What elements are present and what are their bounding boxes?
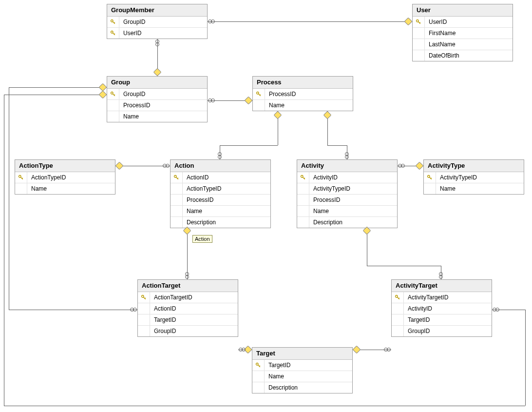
column-name: DateOfBirth xyxy=(425,52,459,59)
primary-key-cell xyxy=(392,292,404,303)
relationship-line[interactable] xyxy=(157,39,158,76)
relationship-line[interactable] xyxy=(9,310,137,310)
column-row[interactable]: Name xyxy=(15,183,115,194)
column-row[interactable]: Description xyxy=(171,217,270,228)
column-row[interactable]: DateOfBirth xyxy=(413,50,513,61)
entity-actiontarget[interactable]: ActionTargetActionTargetIDActionIDTarget… xyxy=(137,279,238,337)
relationship-line[interactable] xyxy=(220,145,220,159)
svg-line-29 xyxy=(145,298,146,299)
column-row[interactable]: ProcessID xyxy=(253,89,353,100)
column-row[interactable]: ProcessID xyxy=(297,195,397,206)
relationship-line[interactable] xyxy=(115,166,170,166)
column-row[interactable]: ActionTargetID xyxy=(138,292,238,303)
relationship-line[interactable] xyxy=(347,145,347,159)
column-row[interactable]: GroupID xyxy=(392,326,492,336)
key-cell-empty xyxy=(392,303,404,314)
column-row[interactable]: Description xyxy=(252,382,352,393)
relationship-line[interactable] xyxy=(208,100,252,101)
relationship-line[interactable] xyxy=(4,95,107,95)
column-name: ActionID xyxy=(183,174,209,181)
column-name: Name xyxy=(265,373,284,380)
column-name: ProcessID xyxy=(183,196,213,203)
relationship-line[interactable] xyxy=(327,145,347,146)
relationship-line[interactable] xyxy=(367,227,367,266)
column-row[interactable]: Name xyxy=(297,206,397,217)
column-row[interactable]: Name xyxy=(171,206,270,217)
primary-key-icon xyxy=(110,91,116,97)
column-row[interactable]: ProcessID xyxy=(107,100,207,111)
relationship-line[interactable] xyxy=(9,87,107,88)
column-row[interactable]: Description xyxy=(297,217,397,228)
column-row[interactable]: ActionTypeID xyxy=(171,183,270,195)
relationship-line[interactable] xyxy=(187,227,188,279)
column-row[interactable]: UserID xyxy=(107,28,207,39)
key-cell-empty xyxy=(171,195,183,205)
column-name: TargetID xyxy=(404,316,430,323)
relationship-line[interactable] xyxy=(327,111,328,145)
primary-key-icon xyxy=(256,91,262,97)
column-row[interactable]: TargetID xyxy=(252,360,352,371)
column-row[interactable]: ActivityTargetID xyxy=(392,292,492,303)
relationship-line[interactable] xyxy=(353,350,391,350)
column-row[interactable]: UserID xyxy=(413,17,513,28)
primary-key-cell xyxy=(15,172,27,183)
relationship-line[interactable] xyxy=(220,145,278,146)
column-name: ActionTypeID xyxy=(27,174,66,181)
entity-activitytype[interactable]: ActivityTypeActivityTypeIDName xyxy=(423,159,524,195)
column-row[interactable]: FirstName xyxy=(413,28,513,39)
relationship-line[interactable] xyxy=(441,266,441,279)
key-cell-empty xyxy=(253,100,265,111)
entity-target[interactable]: TargetTargetIDNameDescription xyxy=(252,347,353,393)
column-row[interactable]: ActionID xyxy=(138,303,238,314)
relationship-line[interactable] xyxy=(238,350,252,350)
column-row[interactable]: LastName xyxy=(413,39,513,50)
relationship-line[interactable] xyxy=(4,95,4,406)
column-row[interactable]: ProcessID xyxy=(171,195,270,206)
relationship-line[interactable] xyxy=(367,266,441,266)
entity-title: ActionTarget xyxy=(138,280,238,292)
column-row[interactable]: GroupID xyxy=(138,326,238,336)
entity-activity[interactable]: ActivityActivityIDActivityTypeIDProcessI… xyxy=(297,159,398,228)
relationship-line[interactable] xyxy=(278,111,278,145)
column-row[interactable]: Name xyxy=(253,100,353,111)
column-row[interactable]: TargetID xyxy=(138,314,238,326)
column-row[interactable]: Name xyxy=(107,111,207,122)
column-name: UserID xyxy=(425,19,447,25)
entity-action[interactable]: ActionActionIDActionTypeIDProcessIDNameD… xyxy=(170,159,271,228)
column-row[interactable]: GroupID xyxy=(107,89,207,100)
column-row[interactable]: GroupID xyxy=(107,17,207,28)
key-cell-empty xyxy=(413,39,425,50)
entity-actiontype[interactable]: ActionTypeActionTypeIDName xyxy=(15,159,115,195)
key-cell-empty xyxy=(297,183,309,194)
entity-activitytarget[interactable]: ActivityTargetActivityTargetIDActivityID… xyxy=(391,279,492,337)
column-name: Name xyxy=(436,185,456,192)
column-row[interactable]: Name xyxy=(252,371,352,382)
column-name: Name xyxy=(309,208,329,215)
relationship-line[interactable] xyxy=(4,406,525,406)
relationship-line[interactable] xyxy=(398,166,423,166)
column-row[interactable]: ActionID xyxy=(171,172,270,183)
relationship-line[interactable] xyxy=(492,310,525,310)
column-name: ActionTypeID xyxy=(183,185,221,192)
key-cell-empty xyxy=(424,183,436,194)
entity-group[interactable]: GroupGroupIDProcessIDName xyxy=(107,76,208,122)
svg-line-11 xyxy=(114,95,115,96)
entity-groupmember[interactable]: GroupMemberGroupIDUserID xyxy=(107,4,208,39)
relationship-line[interactable] xyxy=(9,87,9,310)
column-row[interactable]: TargetID xyxy=(392,314,492,326)
column-name: Description xyxy=(265,384,298,391)
column-row[interactable]: ActivityID xyxy=(297,172,397,183)
relationship-line[interactable] xyxy=(208,21,412,22)
column-name: Description xyxy=(309,219,342,226)
primary-key-cell xyxy=(424,172,436,183)
column-row[interactable]: ActionTypeID xyxy=(15,172,115,183)
relationship-line[interactable] xyxy=(525,310,526,406)
entity-user[interactable]: UserUserIDFirstNameLastNameDateOfBirth xyxy=(412,4,513,61)
entity-process[interactable]: ProcessProcessIDName xyxy=(252,76,353,111)
svg-line-23 xyxy=(304,178,305,179)
column-row[interactable]: Name xyxy=(424,183,524,194)
column-row[interactable]: ActivityTypeID xyxy=(297,183,397,195)
column-row[interactable]: ActivityID xyxy=(392,303,492,314)
column-row[interactable]: ActivityTypeID xyxy=(424,172,524,183)
svg-line-17 xyxy=(22,178,23,179)
